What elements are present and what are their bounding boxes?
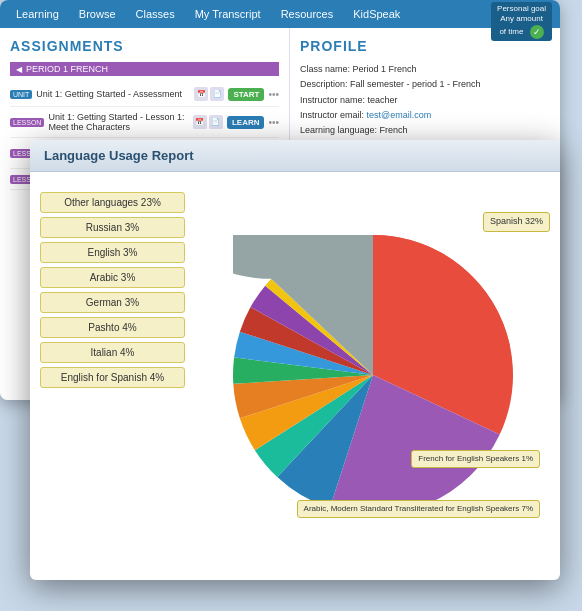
learn-button[interactable]: LEARN	[227, 116, 265, 129]
pie-chart	[233, 235, 513, 515]
class-name: Class name: Period 1 French	[300, 62, 550, 77]
legend-item: Italian 4%	[40, 342, 185, 363]
legend-item: German 3%	[40, 292, 185, 313]
period-header[interactable]: ◀ PERIOD 1 FRENCH	[10, 62, 279, 76]
legend-item: English 3%	[40, 242, 185, 263]
nav-learning[interactable]: Learning	[8, 6, 67, 22]
more-options-button[interactable]: •••	[268, 89, 279, 100]
period-label: PERIOD 1 FRENCH	[26, 64, 108, 74]
email-link[interactable]: test@email.com	[367, 110, 432, 120]
doc-icon: 📄	[209, 115, 223, 129]
assignment-icons: 📅 📄	[194, 87, 224, 101]
legend-item: Pashto 4%	[40, 317, 185, 338]
arabic-callout: Arabic, Modern Standard Transliterated f…	[297, 500, 540, 518]
calendar-icon: 📅	[193, 115, 207, 129]
legend-item: Russian 3%	[40, 217, 185, 238]
legend-column: Other languages 23% Russian 3% English 3…	[40, 182, 185, 568]
spanish-callout: Spanish 32%	[483, 212, 550, 232]
assignment-title: Unit 1: Getting Started - Lesson 1: Meet…	[48, 112, 189, 132]
legend-item: Other languages 23%	[40, 192, 185, 213]
description: Description: Fall semester - period 1 - …	[300, 77, 550, 92]
nav-transcript[interactable]: My Transcript	[187, 6, 269, 22]
assignment-title: Unit 1: Getting Started - Assessment	[36, 89, 190, 99]
nav-kidspeak[interactable]: KidSpeak	[345, 6, 408, 22]
assignment-row: LESSON Unit 1: Getting Started - Lesson …	[10, 107, 279, 138]
language-usage-modal: Language Usage Report Other languages 23…	[30, 140, 560, 580]
legend-item: Arabic 3%	[40, 267, 185, 288]
lesson-badge: LESSON	[10, 118, 44, 127]
assignment-row: UNIT Unit 1: Getting Started - Assessmen…	[10, 82, 279, 107]
learning-language: Learning language: French	[300, 123, 550, 138]
more-options-button[interactable]: •••	[268, 117, 279, 128]
modal-title: Language Usage Report	[30, 140, 560, 172]
nav-bar: Learning Browse Classes My Transcript Re…	[0, 0, 560, 28]
nav-classes[interactable]: Classes	[128, 6, 183, 22]
nav-resources[interactable]: Resources	[273, 6, 342, 22]
french-callout: French for English Speakers 1%	[411, 450, 540, 468]
legend-item: English for Spanish 4%	[40, 367, 185, 388]
nav-browse[interactable]: Browse	[71, 6, 124, 22]
start-button[interactable]: START	[228, 88, 264, 101]
chart-area: Spanish 32% French for English Speakers …	[195, 182, 550, 568]
doc-icon: 📄	[210, 87, 224, 101]
profile-info: Class name: Period 1 French Description:…	[300, 62, 550, 138]
goal-check-icon: ✓	[530, 25, 544, 39]
period-arrow-icon: ◀	[16, 65, 22, 74]
instructor-email: Instructor email: test@email.com	[300, 108, 550, 123]
assignments-title: ASSIGNMENTS	[10, 38, 279, 54]
modal-body: Other languages 23% Russian 3% English 3…	[30, 172, 560, 578]
assignment-icons: 📅 📄	[193, 115, 223, 129]
calendar-icon: 📅	[194, 87, 208, 101]
personal-goal-badge: Personal goalAny amountof time ✓	[491, 2, 552, 41]
instructor-name: Instructor name: teacher	[300, 93, 550, 108]
unit-badge: UNIT	[10, 90, 32, 99]
